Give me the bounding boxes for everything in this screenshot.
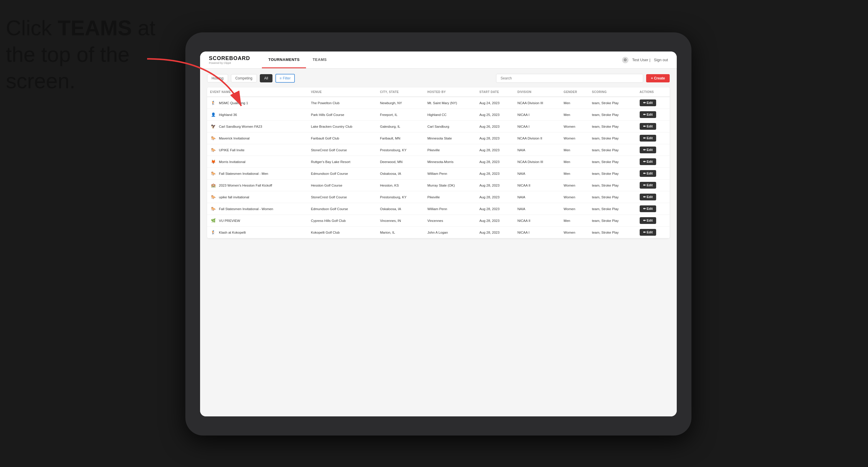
cell-division: NCAA Division III	[514, 97, 560, 109]
cell-hosted-by: Highland CC	[424, 109, 476, 121]
nav-right: ⚙ Test User | Sign out	[622, 57, 668, 63]
table-row: 🐎 Fall Statesmen Invitational - Men Edmu…	[207, 168, 670, 180]
cell-gender: Women	[561, 180, 589, 191]
cell-scoring: team, Stroke Play	[589, 215, 637, 226]
filter-button[interactable]: ≡ Filter	[275, 74, 295, 83]
signout-link[interactable]: Sign out	[654, 58, 668, 62]
edit-button[interactable]: ✏ Edit	[640, 135, 656, 142]
cell-city-state: Deerwood, MN	[377, 156, 424, 168]
cell-gender: Men	[561, 97, 589, 109]
cell-venue: The Powelton Club	[308, 97, 377, 109]
cell-city-state: Galesburg, IL	[377, 121, 424, 132]
cell-start-date: Aug 28, 2023	[476, 168, 514, 180]
cell-start-date: Aug 25, 2023	[476, 109, 514, 121]
col-hosted-by: HOSTED BY	[424, 87, 476, 97]
cell-scoring: team, Stroke Play	[589, 121, 637, 132]
cell-gender: Women	[561, 132, 589, 144]
cell-event-name: 🏫 2023 Women's Hesston Fall Kickoff	[207, 180, 308, 191]
cell-hosted-by: Minnesota-Morris	[424, 156, 476, 168]
search-input[interactable]	[496, 74, 643, 83]
cell-city-state: Prestonsburg, KY	[377, 191, 424, 203]
team-icon: 🐎	[210, 206, 217, 212]
cell-scoring: team, Stroke Play	[589, 132, 637, 144]
table-row: 🏌 MSMC Qualifying 1 The Powelton Club Ne…	[207, 97, 670, 109]
edit-button[interactable]: ✏ Edit	[640, 158, 656, 165]
cell-gender: Men	[561, 144, 589, 156]
cell-city-state: Vincennes, IN	[377, 215, 424, 226]
cell-event-name: 🌿 VU PREVIEW	[207, 215, 308, 226]
cell-event-name: 🐎 upike fall invitational	[207, 191, 308, 203]
edit-button[interactable]: ✏ Edit	[640, 147, 656, 153]
edit-button[interactable]: ✏ Edit	[640, 182, 656, 189]
table-row: 🦅 Carl Sandburg Women FA23 Lake Bracken …	[207, 121, 670, 132]
table-header-row: EVENT NAME VENUE CITY, STATE HOSTED BY S…	[207, 87, 670, 97]
edit-button[interactable]: ✏ Edit	[640, 99, 656, 106]
cell-division: NICAA II	[514, 180, 560, 191]
cell-event-name: 🐎 Fall Statesmen Invitational - Women	[207, 203, 308, 215]
top-nav: SCOREBOARD Powered by Clippit TOURNAMENT…	[200, 52, 677, 68]
tournaments-table: EVENT NAME VENUE CITY, STATE HOSTED BY S…	[207, 87, 670, 238]
cell-scoring: team, Stroke Play	[589, 109, 637, 121]
cell-actions: ✏ Edit	[637, 203, 670, 215]
cell-venue: Cypress Hills Golf Club	[308, 215, 377, 226]
edit-button[interactable]: ✏ Edit	[640, 229, 656, 236]
table-row: 🐎 Fall Statesmen Invitational - Women Ed…	[207, 203, 670, 215]
cell-gender: Men	[561, 109, 589, 121]
cell-division: NICAA II	[514, 215, 560, 226]
team-icon: 🦊	[210, 159, 217, 165]
filter-bar: Hosting Competing All ≡ Filter + Create	[207, 74, 670, 83]
col-division: DIVISION	[514, 87, 560, 97]
cell-division: NCAA Division III	[514, 156, 560, 168]
event-name-text: Fall Statesmen Invitational - Women	[219, 207, 273, 211]
col-actions: ACTIONS	[637, 87, 670, 97]
edit-button[interactable]: ✏ Edit	[640, 217, 656, 224]
event-name-text: VU PREVIEW	[219, 219, 240, 222]
cell-scoring: team, Stroke Play	[589, 226, 637, 238]
cell-division: NICAA I	[514, 121, 560, 132]
cell-venue: StoneCrest Golf Course	[308, 191, 377, 203]
cell-hosted-by: Mt. Saint Mary (NY)	[424, 97, 476, 109]
event-name-text: Fall Statesmen Invitational - Men	[219, 172, 268, 176]
tablet-screen: SCOREBOARD Powered by Clippit TOURNAMENT…	[200, 52, 677, 416]
cell-gender: Women	[561, 121, 589, 132]
all-filter-button[interactable]: All	[260, 74, 273, 83]
cell-actions: ✏ Edit	[637, 180, 670, 191]
cell-scoring: team, Stroke Play	[589, 203, 637, 215]
cell-start-date: Aug 26, 2023	[476, 121, 514, 132]
col-city-state: CITY, STATE	[377, 87, 424, 97]
user-text: Test User |	[632, 58, 650, 62]
cell-actions: ✏ Edit	[637, 168, 670, 180]
cell-scoring: team, Stroke Play	[589, 191, 637, 203]
cell-gender: Men	[561, 168, 589, 180]
cell-hosted-by: William Penn	[424, 168, 476, 180]
col-gender: GENDER	[561, 87, 589, 97]
cell-hosted-by: Minnesota State	[424, 132, 476, 144]
create-button[interactable]: + Create	[646, 74, 670, 83]
nav-tab-tournaments[interactable]: TOURNAMENTS	[262, 52, 306, 68]
cell-actions: ✏ Edit	[637, 226, 670, 238]
edit-button[interactable]: ✏ Edit	[640, 170, 656, 177]
cell-city-state: Marion, IL	[377, 226, 424, 238]
cell-gender: Men	[561, 156, 589, 168]
cell-actions: ✏ Edit	[637, 144, 670, 156]
cell-venue: Park Hills Golf Course	[308, 109, 377, 121]
cell-event-name: 🦊 Morris Invitational	[207, 156, 308, 168]
cell-gender: Men	[561, 215, 589, 226]
cell-start-date: Aug 28, 2023	[476, 144, 514, 156]
cell-city-state: Faribault, MN	[377, 132, 424, 144]
cell-city-state: Prestonsburg, KY	[377, 144, 424, 156]
cell-actions: ✏ Edit	[637, 156, 670, 168]
cell-venue: StoneCrest Golf Course	[308, 144, 377, 156]
arrow-indicator	[129, 53, 253, 118]
settings-icon[interactable]: ⚙	[622, 57, 628, 63]
cell-hosted-by: William Penn	[424, 203, 476, 215]
cell-division: NAIA	[514, 144, 560, 156]
content-area: Hosting Competing All ≡ Filter + Create …	[200, 68, 677, 416]
nav-tab-teams[interactable]: TEAMS	[306, 52, 333, 68]
edit-button[interactable]: ✏ Edit	[640, 194, 656, 200]
cell-division: NAIA	[514, 191, 560, 203]
edit-button[interactable]: ✏ Edit	[640, 111, 656, 118]
edit-button[interactable]: ✏ Edit	[640, 123, 656, 130]
cell-hosted-by: Vincennes	[424, 215, 476, 226]
edit-button[interactable]: ✏ Edit	[640, 206, 656, 212]
